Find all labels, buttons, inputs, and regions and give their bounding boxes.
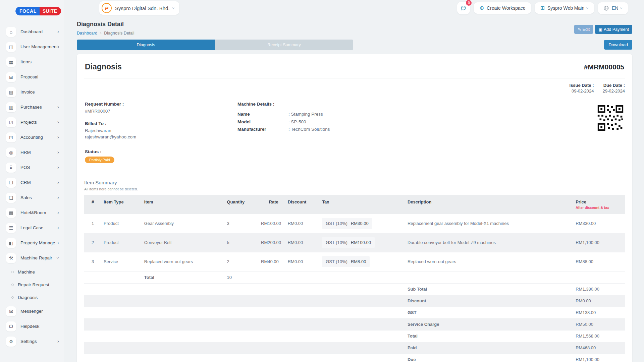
chevron-right-icon: [57, 104, 59, 109]
messages-button[interactable]: 0: [457, 2, 470, 14]
quantity-total-label: Total: [142, 271, 224, 283]
cell-description: Durable conveyor belt for Model-Z9 machi…: [405, 233, 573, 252]
workspace-name: Syspro Web Main: [547, 5, 584, 11]
cell-number: 2: [84, 233, 101, 252]
sidebar-item-messenger[interactable]: ✉ Messenger: [0, 304, 64, 319]
items-table: # Item Type Item Quantity Rate Discount …: [84, 195, 625, 362]
tab-receipt-summary[interactable]: Receipt Summary: [215, 40, 353, 50]
cell-item: Replaced worn-out gears: [142, 252, 224, 271]
summary-label: Total: [405, 330, 573, 342]
sidebar-subitem-machine[interactable]: Machine: [0, 265, 64, 278]
sidebar-item-hotel-room[interactable]: ▩ Hotel&Room: [0, 205, 64, 220]
sidebar-item-pos[interactable]: ⠿ POS: [0, 160, 64, 175]
sidebar-item-label: Machine Repair: [20, 255, 57, 260]
tax-name: GST (10%): [326, 240, 347, 245]
cell-item: Gear Assembly: [142, 214, 224, 233]
machine-detail-value: : Stamping Press: [288, 111, 323, 117]
summary-row: Total RM1,568.00: [84, 330, 625, 342]
hrm-icon: ◎: [9, 150, 13, 155]
machine-detail-row: Manufacturer : TechCom Solutions: [237, 126, 597, 132]
download-button[interactable]: Download: [604, 40, 632, 50]
diagnosis-card: Diagnosis #MRM00005 Issue Date : 09-02-2…: [77, 54, 632, 362]
summary-value: RM138.00: [573, 307, 625, 318]
request-number-value: #MRR00007: [85, 108, 237, 115]
sidebar-item-invoice[interactable]: ▤ Invoice: [0, 84, 64, 100]
company-name: Syspro Digital Sdn. Bhd.: [115, 5, 170, 11]
cell-tax: GST (10%) RM100.00: [317, 233, 405, 252]
chevron-right-icon: [57, 180, 59, 185]
breadcrumb-separator: ›: [100, 31, 101, 36]
summary-value: RM468.00: [573, 342, 625, 354]
edit-pencil-icon: ✎: [578, 27, 581, 32]
chevron-right-icon: [57, 225, 59, 230]
table-row: 1 Product Gear Assembly 3 RM100.00 RM0.0…: [84, 214, 625, 233]
cell-price: RM1,100.00: [573, 233, 625, 252]
breadcrumb-dashboard-link[interactable]: Dashboard: [77, 31, 97, 36]
cell-quantity: 2: [224, 252, 258, 271]
sidebar-item-crm[interactable]: ❐ CRM: [0, 175, 64, 190]
status-badge: Partialy Paid: [85, 157, 114, 163]
globe-icon: [603, 5, 609, 11]
cell-discount: RM0.00: [281, 214, 317, 233]
sidebar-subitem-diagnosis[interactable]: Diagnosis: [0, 291, 64, 304]
sidebar-item-helpdesk[interactable]: ☊ Helpdesk: [0, 319, 64, 334]
cell-rate: RM100.00: [258, 214, 281, 233]
machine-details-list: Name : Stamping Press Model : SP-500 Man…: [237, 111, 597, 132]
wallet-icon: ▣: [598, 27, 602, 32]
list-icon: ☰: [9, 226, 13, 230]
add-payment-button[interactable]: ▣ Add Payment: [595, 25, 632, 34]
sidebar-item-legal-case[interactable]: ☰ Legal Case: [0, 220, 64, 235]
billed-to-label: Billed To :: [85, 121, 237, 126]
plus-circle-icon: ⊕: [479, 5, 484, 11]
sidebar-item-sales[interactable]: ❏ Sales: [0, 190, 64, 205]
summary-label: Paid: [405, 342, 573, 354]
summary-row: Sub Total RM1,380.00: [84, 283, 625, 295]
sidebar-item-label: User Management: [20, 44, 58, 49]
chat-icon: ✉: [9, 309, 13, 314]
sidebar-item-projects[interactable]: ☑ Projects: [0, 115, 64, 130]
sidebar-item-settings[interactable]: ⚙ Settings: [0, 334, 64, 349]
sidebar-subitem-repair-request[interactable]: Repair Request: [0, 278, 64, 291]
quantity-total-row: Total 10: [84, 271, 625, 283]
table-row: 2 Product Conveyor Belt 5 RM200.00 RM0.0…: [84, 233, 625, 252]
sidebar-item-label: POS: [20, 165, 57, 170]
invoice-heading: Diagnosis: [85, 62, 122, 71]
summary-label: GST: [405, 307, 573, 318]
breadcrumb: Dashboard › Diagnosis Detail: [77, 31, 135, 36]
sidebar-item-hrm[interactable]: ◎ HRM: [0, 145, 64, 160]
machine-details-label: Machine Details :: [237, 102, 597, 107]
items-table-body: 1 Product Gear Assembly 3 RM100.00 RM0.0…: [84, 214, 625, 271]
sidebar-item-machine-repair[interactable]: ⚒ Machine Repair: [0, 250, 64, 265]
tax-amount: RM100.00: [351, 240, 371, 245]
pos-grid-icon: ⠿: [9, 165, 13, 170]
sidebar-item-proposal[interactable]: ⊞ Proposal: [0, 69, 64, 84]
cell-number: 1: [84, 214, 101, 233]
sidebar-item-dashboard[interactable]: ⌂ Dashboard: [0, 24, 64, 39]
tab-diagnosis[interactable]: Diagnosis: [77, 40, 215, 50]
language-selector[interactable]: EN: [598, 2, 628, 14]
sidebar-item-accounting[interactable]: ⊡ Accounting: [0, 130, 64, 145]
sidebar-item-label: Dashboard: [20, 29, 57, 34]
summary-value: RM1,568.00: [573, 330, 625, 342]
breadcrumb-current: Diagnosis Detail: [104, 31, 134, 36]
invoice-number: #MRM00005: [584, 63, 624, 71]
divider: [84, 78, 625, 78]
chevron-right-icon: [56, 257, 61, 259]
sidebar-item-items[interactable]: ▦ Items: [0, 54, 64, 69]
chevron-right-icon: [57, 210, 59, 215]
company-selector[interactable]: P Syspro Digital Sdn. Bhd.: [99, 1, 179, 15]
sidebar-item-user-management[interactable]: ◫ User Management: [0, 39, 64, 54]
create-workspace-button[interactable]: ⊕ Create Workspace: [474, 2, 531, 14]
sidebar-item-property-manage[interactable]: ◧ Property Manage: [0, 235, 64, 250]
edit-button[interactable]: ✎ Edit: [574, 25, 593, 34]
billed-to-email: rajeshwaran@yahoo.com: [85, 134, 237, 140]
sidebar-item-purchases[interactable]: ▥ Purchases: [0, 100, 64, 115]
workspace-selector[interactable]: ⊞ Syspro Web Main: [535, 2, 594, 14]
qr-code: [597, 104, 624, 132]
chevron-right-icon: [57, 240, 59, 245]
workspace-grid-icon: ⊞: [540, 5, 545, 11]
tax-name: GST (10%): [326, 221, 347, 226]
totals-section: Sub Total RM1,380.00 Discount RM0.00 GST…: [84, 283, 625, 362]
cell-item-type: Product: [101, 233, 142, 252]
price-note: After discount & tax: [576, 205, 622, 209]
